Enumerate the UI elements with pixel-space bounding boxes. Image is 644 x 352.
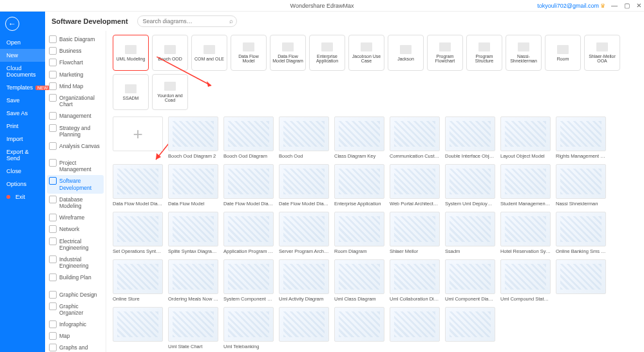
nav-item-templates[interactable]: TemplatesNEW xyxy=(0,81,45,94)
type-shlaer-mellor-ooa[interactable]: Shlaer-Mellor OOA xyxy=(584,35,620,71)
template-uml-collaboration-diagram[interactable]: Uml Collaboration Diagram xyxy=(390,259,440,302)
search-input[interactable] xyxy=(137,15,237,27)
category-mind-map[interactable]: Mind Map xyxy=(45,80,106,92)
nav-item-import[interactable]: Import xyxy=(0,133,45,145)
template-system-component-diagram[interactable]: System Component Diagram xyxy=(223,259,274,302)
template-card[interactable] xyxy=(390,307,440,349)
category-strategy-and-planning[interactable]: Strategy and Planning xyxy=(45,122,106,140)
type-nassi-shneiderman[interactable]: Nassi-Shneiderman xyxy=(506,35,542,71)
nav-item-exit[interactable]: Exit xyxy=(0,190,45,203)
template-application-program-architecture[interactable]: Application Program Architecture xyxy=(223,212,274,254)
template-communication-customer-requ-[interactable]: Communication Customer Requ… xyxy=(390,116,440,159)
template-uml-compound-statechart[interactable]: Uml Compound Statechart xyxy=(500,259,551,302)
category-marketing[interactable]: Marketing xyxy=(45,69,106,80)
category-database-modeling[interactable]: Database Modeling xyxy=(45,194,106,212)
nav-item-save-as[interactable]: Save As xyxy=(0,107,45,120)
user-email[interactable]: tokyouli702@gmail.com♛ xyxy=(537,3,605,9)
template-card[interactable] xyxy=(279,307,329,349)
template-enterprise-application[interactable]: Enterprise Application xyxy=(334,164,384,207)
nav-item-open[interactable]: Open xyxy=(0,36,45,49)
template-uml-class-diagram[interactable]: Uml Class Diagram xyxy=(334,259,384,302)
template-card[interactable] xyxy=(445,307,495,349)
template-web-portal-architecture-diagram[interactable]: Web Portal Architecture Diagram xyxy=(390,164,440,207)
template-uml-component-diagram[interactable]: Uml Component Diagram xyxy=(445,259,495,302)
category-organizational-chart[interactable]: Organizational Chart xyxy=(45,92,106,110)
template-online-banking-sms-customer-s-[interactable]: Online Banking Sms Customer S… xyxy=(556,212,606,254)
template-double-interface-object-model-[interactable]: Double Interface Object Model … xyxy=(445,116,495,159)
nav-item-close[interactable]: Close xyxy=(0,165,45,178)
template-server-program-architecture[interactable]: Server Program Architecture xyxy=(279,212,329,254)
template-room-diagram[interactable]: Room Diagram xyxy=(334,212,384,254)
template-card[interactable] xyxy=(334,307,384,349)
template-rights-management-object-model[interactable]: Rights Management Object Model xyxy=(556,116,606,159)
close-button[interactable]: ✕ xyxy=(636,2,641,9)
category-business[interactable]: Business xyxy=(45,45,106,57)
template-student-management-use-case[interactable]: Student Management Use Case xyxy=(500,164,551,207)
template-ssadm[interactable]: Ssadm xyxy=(445,212,495,254)
category-infographic[interactable]: Infographic xyxy=(45,319,106,330)
minimize-button[interactable]: — xyxy=(611,2,618,9)
template-system-uml-deployment[interactable]: System Uml Deployment xyxy=(445,164,495,207)
template-date-flow-model-diagram[interactable]: Date Flow Model Diagram xyxy=(279,164,329,207)
category-industrial-engineering[interactable]: Industrial Engineering xyxy=(45,254,106,272)
category-analysis-canvas[interactable]: Analysis Canvas xyxy=(45,140,106,152)
new-blank-template[interactable]: + xyxy=(113,116,163,159)
type-enterprise-application[interactable]: Enterprise Application xyxy=(309,35,345,71)
nav-item-save[interactable]: Save xyxy=(0,94,45,107)
category-management[interactable]: Management xyxy=(45,110,106,122)
category-project-management[interactable]: Project Management xyxy=(45,157,106,175)
category-flowchart[interactable]: Flowchart xyxy=(45,57,106,68)
template-splite-syntax-diagram-example[interactable]: Splite Syntax Diagram Example xyxy=(168,212,218,254)
nav-item-print[interactable]: Print xyxy=(0,120,45,133)
category-building-plan[interactable]: Building Plan xyxy=(45,272,106,283)
template-nassi-shneiderman[interactable]: Nassi Shneiderman xyxy=(556,164,606,207)
nav-item-cloud-documents[interactable]: Cloud Documents xyxy=(0,62,45,81)
type-com-and-ole[interactable]: COM and OLE xyxy=(191,35,227,71)
type-ssadm[interactable]: SSADM xyxy=(113,74,149,110)
search-icon[interactable]: ⌕ xyxy=(229,17,233,24)
type-jackson[interactable]: Jackson xyxy=(388,35,424,71)
template-uml-state-chart[interactable]: Uml State Chart xyxy=(168,307,218,349)
template-hotel-reservation-system[interactable]: Hotel Reservation System xyxy=(500,212,551,254)
template-booch-ood[interactable]: Booch Ood xyxy=(279,116,329,159)
type-data-flow-model[interactable]: Data Flow Model xyxy=(231,35,267,71)
nav-item-new[interactable]: New xyxy=(0,49,45,62)
type-data-flow-model-diagram[interactable]: Data Flow Model Diagram xyxy=(270,35,306,71)
template-shlaer-mellor[interactable]: Shlaer Mellor xyxy=(390,212,440,254)
template-booch-ood-diagram-[interactable]: Booch Ood Diagram 2 xyxy=(168,116,218,159)
type-room[interactable]: Room xyxy=(545,35,581,71)
nav-item-export-send[interactable]: Export & Send xyxy=(0,145,45,165)
category-network[interactable]: Network xyxy=(45,223,106,235)
category-software-development[interactable]: Software Development xyxy=(47,175,104,193)
template-booch-ood-diagram[interactable]: Booch Ood Diagram xyxy=(223,116,274,159)
type-jacobson-use-case[interactable]: Jacobson Use Case xyxy=(348,35,384,71)
type-yourdon-and-coad[interactable]: Yourdon and Coad xyxy=(152,74,188,110)
template-uml-telebanking[interactable]: Uml Telebanking xyxy=(223,307,274,349)
template-date-flow-model-diagram-[interactable]: Date Flow Model Diagram 2 xyxy=(223,164,274,207)
category-map[interactable]: Map xyxy=(45,330,106,342)
template-online-store[interactable]: Online Store xyxy=(113,259,163,302)
type-label: Booch OOD xyxy=(158,57,182,61)
type-program-flowchart[interactable]: Program Flowchart xyxy=(427,35,463,71)
type-program-structure[interactable]: Program Structure xyxy=(466,35,502,71)
nav-item-options[interactable]: Options xyxy=(0,178,45,190)
template-ordering-meals-now-web-service[interactable]: Ordering Meals Now Web Service xyxy=(168,259,218,302)
category-basic-diagram[interactable]: Basic Diagram xyxy=(45,33,106,45)
category-electrical-engineering[interactable]: Electrical Engineering xyxy=(45,236,106,254)
template-uml-activity-diagram[interactable]: Uml Activity Diagram xyxy=(279,259,329,302)
template-card[interactable] xyxy=(113,307,163,349)
category-wireframe[interactable]: Wireframe xyxy=(45,212,106,223)
template-data-flow-model-diagram[interactable]: Data Flow Model Diagram xyxy=(113,164,163,207)
type-booch-ood[interactable]: Booch OOD xyxy=(152,35,188,71)
template-layout-object-model[interactable]: Layout Object Model xyxy=(500,116,551,159)
category-graphic-organizer[interactable]: Graphic Organizer xyxy=(45,301,106,319)
template-data-flow-model[interactable]: Data Flow Model xyxy=(168,164,218,207)
template-card[interactable] xyxy=(556,259,606,302)
maximize-button[interactable]: ▢ xyxy=(624,2,630,9)
category-graphs-and-charts[interactable]: Graphs and Charts xyxy=(45,342,106,352)
template-class-diagram-key[interactable]: Class Diagram Key xyxy=(334,116,384,159)
back-button[interactable]: ← xyxy=(5,17,19,31)
type-uml-modeling[interactable]: UML Modeling xyxy=(113,35,149,71)
category-graphic-design[interactable]: Graphic Design xyxy=(45,289,106,301)
template-set-operations-syntax-diagram-e-[interactable]: Set Operations Syntax Diagram E… xyxy=(113,212,163,254)
